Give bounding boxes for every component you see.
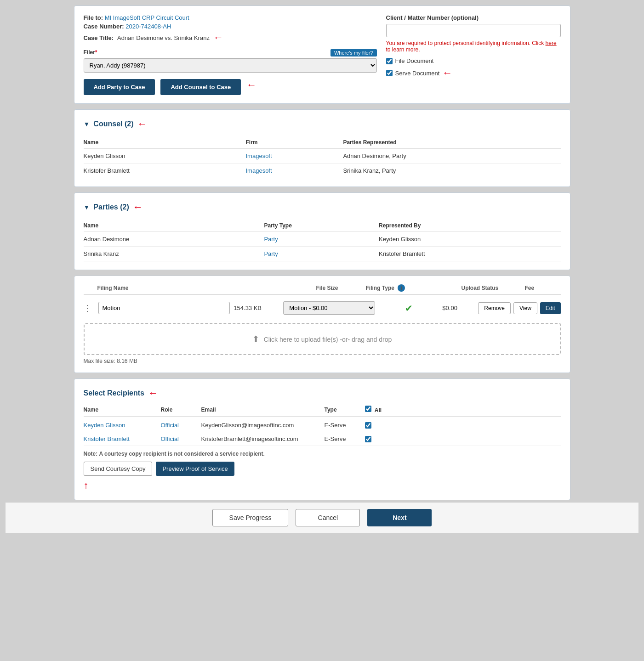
cancel-button[interactable]: Cancel xyxy=(296,509,360,526)
recipient-name-0: Keyden Glisson xyxy=(84,422,157,429)
counsel-parties-0: Adnan Desimone, Party xyxy=(343,149,560,164)
filing-col-type: Filing Type i xyxy=(366,284,458,292)
recipients-all-checkbox[interactable] xyxy=(365,406,371,412)
recipients-table-header: Name Role Email Type All xyxy=(84,406,561,417)
serve-document-arrow: ← xyxy=(442,67,452,79)
parties-header-row: Name Party Type Represented By xyxy=(84,220,561,232)
serve-document-label: Serve Document xyxy=(395,70,440,77)
edit-filing-button[interactable]: Edit xyxy=(540,302,561,314)
case-number-label: Case Number: xyxy=(84,23,124,30)
case-number-value: 2020-742408-AH xyxy=(125,23,171,30)
filing-data-row: ⋮ 154.33 KB Motion - $0.00 Other - $0.00… xyxy=(84,299,561,317)
counsel-col-name: Name xyxy=(84,136,246,149)
counsel-col-parties: Parties Represented xyxy=(343,136,560,149)
file-document-checkbox[interactable] xyxy=(386,58,393,64)
filing-col-fee: Fee xyxy=(525,285,557,291)
preview-proof-button[interactable]: Preview Proof of Service xyxy=(156,462,234,476)
pii-prefix: You are required to protect personal ide… xyxy=(386,40,544,46)
recipients-row-0: Keyden Glisson Official KeydenGlisson@im… xyxy=(84,418,561,432)
filing-file-size: 154.33 KB xyxy=(234,305,279,311)
counsel-table: Name Firm Parties Represented Keyden Gli… xyxy=(84,136,561,178)
parties-chevron[interactable]: ▼ xyxy=(84,203,90,211)
case-title-line: Case Title: Adnan Desimone vs. Srinika K… xyxy=(84,32,377,44)
parties-arrow: ← xyxy=(133,201,143,213)
save-progress-button[interactable]: Save Progress xyxy=(212,509,289,526)
counsel-name-0: Keyden Glisson xyxy=(84,149,246,164)
filing-name-input[interactable] xyxy=(98,302,230,314)
recipients-arrow: ← xyxy=(148,387,158,399)
courtesy-copy-note: Note: A courtesy copy recipient is not c… xyxy=(84,451,561,457)
parties-row-0: Adnan Desimone Party Keyden Glisson xyxy=(84,232,561,247)
counsel-row-1: Kristofer Bramlett Imagesoft Srinika Kra… xyxy=(84,164,561,178)
next-button[interactable]: Next xyxy=(367,509,432,526)
recipients-card: Select Recipients ← Name Role Email Type… xyxy=(74,379,570,500)
counsel-firm-0: Imagesoft xyxy=(246,149,343,164)
filer-label-row: Filer* Where's my filer? xyxy=(84,49,377,56)
filing-action-buttons: Remove View Edit xyxy=(478,302,560,314)
recipients-col-email: Email xyxy=(201,407,321,413)
top-right-section: Client / Matter Number (optional) You ar… xyxy=(386,14,561,95)
recipient-role-1: Official xyxy=(161,435,198,442)
counsel-name-1: Kristofer Bramlett xyxy=(84,164,246,178)
parties-col-name: Name xyxy=(84,220,264,232)
parties-table: Name Party Type Represented By Adnan Des… xyxy=(84,220,561,261)
parties-rep-0: Keyden Glisson xyxy=(379,232,560,247)
counsel-firm-1: Imagesoft xyxy=(246,164,343,178)
counsel-header-row: Name Firm Parties Represented xyxy=(84,136,561,149)
file-document-row: File Document xyxy=(386,57,561,64)
serve-document-checkbox[interactable] xyxy=(386,70,393,76)
client-matter-label: Client / Matter Number (optional) xyxy=(386,14,561,21)
file-to-line: File to: MI ImageSoft CRP Circuit Court xyxy=(84,14,377,21)
filing-type-select[interactable]: Motion - $0.00 Other - $0.00 xyxy=(283,301,375,315)
recipients-all-label: All xyxy=(375,407,382,413)
recipient-email-0: KeydenGlisson@imagesoftinc.com xyxy=(201,422,321,429)
pii-here-link[interactable]: here xyxy=(546,40,557,46)
filing-card: Filing Name File Size Filing Type i Uplo… xyxy=(74,276,570,373)
counsel-col-firm: Firm xyxy=(246,136,343,149)
upload-drop-zone[interactable]: ⬆ Click here to upload file(s) -or- drag… xyxy=(84,323,561,355)
file-to-label: File to: xyxy=(84,14,103,21)
parties-card: ▼ Parties (2) ← Name Party Type Represen… xyxy=(74,192,570,270)
top-left-section: File to: MI ImageSoft CRP Circuit Court … xyxy=(84,14,377,95)
add-counsel-button[interactable]: Add Counsel to Case xyxy=(160,79,241,95)
parties-title: Parties (2) xyxy=(93,203,129,211)
serve-document-row: Serve Document ← xyxy=(386,67,561,79)
recipients-col-name: Name xyxy=(84,407,157,413)
upload-status-checkmark: ✔ xyxy=(379,303,439,314)
parties-type-0: Party xyxy=(264,232,379,247)
recipient-type-0: E-Serve xyxy=(325,422,361,429)
recipient-checkbox-0[interactable] xyxy=(365,422,371,429)
filing-col-status: Upload Status xyxy=(462,285,521,291)
parties-type-1: Party xyxy=(264,247,379,261)
client-matter-input[interactable] xyxy=(386,24,561,37)
upload-icon: ⬆ xyxy=(252,334,259,344)
footer-nav: Save Progress Cancel Next xyxy=(6,502,638,533)
recipients-action-buttons: Send Courtesy Copy Preview Proof of Serv… xyxy=(84,462,561,476)
view-filing-button[interactable]: View xyxy=(513,302,537,314)
pii-after: to learn more. xyxy=(386,46,420,53)
parties-rep-1: Kristofer Bramlett xyxy=(379,247,560,261)
page-wrapper: File to: MI ImageSoft CRP Circuit Court … xyxy=(74,6,570,500)
send-courtesy-copy-button[interactable]: Send Courtesy Copy xyxy=(84,462,153,476)
filing-table-header: Filing Name File Size Filing Type i Uplo… xyxy=(84,284,561,295)
case-title-value: Adnan Desimone vs. Srinika Kranz xyxy=(117,34,210,41)
filing-type-info-icon[interactable]: i xyxy=(398,284,405,292)
file-document-label: File Document xyxy=(395,57,434,64)
pii-warning-text: You are required to protect personal ide… xyxy=(386,40,561,53)
filing-dots-menu[interactable]: ⋮ xyxy=(84,304,95,312)
filing-col-name: Filing Name xyxy=(84,285,313,291)
file-to-value: MI ImageSoft CRP Circuit Court xyxy=(105,14,189,21)
wheres-filer-button[interactable]: Where's my filer? xyxy=(331,49,377,56)
recipients-title: Select Recipients xyxy=(84,389,145,397)
upload-zone-text: Click here to upload file(s) -or- drag a… xyxy=(264,336,392,343)
add-party-button[interactable]: Add Party to Case xyxy=(84,79,155,95)
remove-filing-button[interactable]: Remove xyxy=(478,302,511,314)
counsel-chevron[interactable]: ▼ xyxy=(84,120,90,128)
filer-select[interactable]: Ryan, Addy (987987) xyxy=(84,58,377,73)
parties-section-header: ▼ Parties (2) ← xyxy=(84,201,561,213)
counsel-title: Counsel (2) xyxy=(93,120,133,128)
recipients-row-1: Kristofer Bramlett Official KristoferBra… xyxy=(84,432,561,446)
recipient-checkbox-1[interactable] xyxy=(365,436,371,442)
counsel-section-header: ▼ Counsel (2) ← xyxy=(84,118,561,130)
recipients-col-role: Role xyxy=(161,407,198,413)
